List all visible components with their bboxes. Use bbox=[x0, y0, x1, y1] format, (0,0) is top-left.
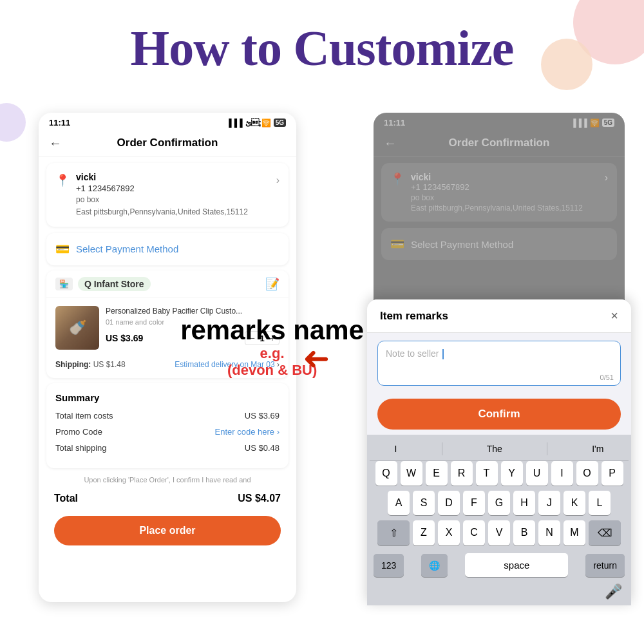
store-name-row: 🏪 Q Infant Store bbox=[55, 277, 151, 291]
store-header: 🏪 Q Infant Store 📝 bbox=[46, 270, 289, 298]
product-image: 🍼 bbox=[55, 306, 99, 350]
place-order-button[interactable]: Place order bbox=[54, 516, 281, 545]
key-v[interactable]: V bbox=[488, 520, 510, 545]
key-k[interactable]: K bbox=[564, 491, 585, 515]
item-costs-value: US $3.69 bbox=[245, 411, 279, 421]
key-microphone[interactable]: 🎤 bbox=[605, 583, 622, 600]
key-s[interactable]: S bbox=[413, 491, 435, 515]
keyboard-row-3: ⇧ Z X C V B N M ⌫ bbox=[370, 520, 629, 545]
key-q[interactable]: Q bbox=[375, 461, 397, 486]
keyboard-suggestions: I The I'm bbox=[370, 439, 629, 461]
page-title: How to Customize bbox=[0, 19, 644, 77]
suggestion-i[interactable]: I bbox=[390, 442, 402, 455]
virtual-keyboard[interactable]: I The I'm Q W E R T Y U I O P A S D F G … bbox=[367, 435, 631, 605]
disclaimer-text: Upon clicking 'Place Order', I confirm I… bbox=[39, 473, 296, 486]
confirm-button[interactable]: Confirm bbox=[377, 399, 621, 430]
key-u[interactable]: U bbox=[526, 461, 548, 486]
key-w[interactable]: W bbox=[401, 461, 422, 486]
key-y[interactable]: Y bbox=[501, 461, 523, 486]
shipping-total-label: Total shipping bbox=[55, 443, 107, 453]
annotation-box: remarks name e.g. (devon & BU) bbox=[180, 316, 364, 379]
key-return[interactable]: return bbox=[585, 554, 625, 577]
summary-section: Summary Total item costs US $3.69 Promo … bbox=[46, 383, 289, 468]
modal-title: Item remarks bbox=[380, 310, 448, 323]
location-icon: 📍 bbox=[55, 173, 70, 187]
key-z[interactable]: Z bbox=[413, 520, 435, 545]
status-icons: ▐▐▐ ئ;🛜 5G bbox=[226, 118, 286, 128]
suggestion-the[interactable]: The bbox=[482, 442, 507, 455]
product-thumbnail: 🍼 bbox=[55, 306, 99, 350]
right-phone-screenshot: 11:11 ▐▐▐ 🛜 5G ← Order Confirmation 📍 vi… bbox=[374, 113, 625, 306]
key-delete[interactable]: ⌫ bbox=[589, 520, 621, 545]
address-phone: +1 1234567892 bbox=[76, 184, 270, 193]
key-m[interactable]: M bbox=[564, 520, 585, 545]
payment-icon: 💳 bbox=[55, 242, 70, 256]
text-cursor bbox=[442, 349, 444, 359]
address-card[interactable]: 📍 vicki +1 1234567892 po box East pittsb… bbox=[46, 163, 289, 227]
key-n[interactable]: N bbox=[538, 520, 560, 545]
example-text: (devon & BU) bbox=[180, 362, 364, 379]
key-f[interactable]: F bbox=[463, 491, 485, 515]
key-l[interactable]: L bbox=[589, 491, 611, 515]
char-count: 0/51 bbox=[600, 374, 614, 381]
key-x[interactable]: X bbox=[438, 520, 460, 545]
key-globe[interactable]: 🌐 bbox=[421, 554, 448, 577]
suggestion-divider-1 bbox=[442, 442, 442, 455]
summary-item-costs-row: Total item costs US $3.69 bbox=[55, 411, 279, 421]
shipping-total-value: US $0.48 bbox=[245, 443, 279, 453]
suggestion-divider-2 bbox=[547, 442, 547, 455]
keyboard-row-1: Q W E R T Y U I O P bbox=[370, 461, 629, 486]
note-to-seller-input[interactable]: Note to seller 0/51 bbox=[377, 341, 621, 386]
edit-icon[interactable]: 📝 bbox=[265, 277, 279, 291]
key-b[interactable]: B bbox=[513, 520, 535, 545]
keyboard-bottom-row: 123 🌐 space return bbox=[370, 551, 629, 583]
summary-title: Summary bbox=[55, 392, 279, 403]
suggestion-im[interactable]: I'm bbox=[587, 442, 609, 455]
total-row: Total US $4.07 bbox=[39, 486, 296, 511]
input-placeholder: Note to seller bbox=[386, 348, 439, 359]
promo-label: Promo Code bbox=[55, 427, 102, 437]
status-bar: 11:11 ▐▐▐ ئ;🛜 5G bbox=[39, 113, 296, 130]
key-c[interactable]: C bbox=[463, 520, 485, 545]
key-space[interactable]: space bbox=[465, 553, 568, 577]
modal-close-button[interactable]: × bbox=[611, 308, 618, 323]
keyboard-mic-row: 🎤 bbox=[370, 583, 629, 605]
summary-promo-row[interactable]: Promo Code Enter code here › bbox=[55, 427, 279, 437]
right-phone-overlay bbox=[374, 113, 625, 306]
payment-label: Select Payment Method bbox=[76, 243, 279, 254]
modal-header: Item remarks × bbox=[367, 299, 631, 333]
key-i[interactable]: I bbox=[551, 461, 573, 486]
key-e[interactable]: E bbox=[426, 461, 448, 486]
total-label: Total bbox=[54, 493, 78, 504]
store-name: Q Infant Store bbox=[78, 277, 151, 291]
payment-method-card[interactable]: 💳 Select Payment Method bbox=[46, 233, 289, 265]
remarks-name-text: remarks name bbox=[180, 316, 364, 345]
header-title: Order Confirmation bbox=[117, 137, 218, 149]
key-a[interactable]: A bbox=[388, 491, 410, 515]
keyboard-row-2: A S D F G H J K L bbox=[370, 491, 629, 515]
address-city: East pittsburgh,Pennsylvania,United Stat… bbox=[76, 207, 270, 218]
key-h[interactable]: H bbox=[513, 491, 535, 515]
back-button[interactable]: ← bbox=[49, 136, 62, 151]
key-j[interactable]: J bbox=[538, 491, 560, 515]
key-p[interactable]: P bbox=[601, 461, 623, 486]
shipping-label: Shipping: bbox=[55, 360, 91, 369]
key-g[interactable]: G bbox=[488, 491, 510, 515]
key-t[interactable]: T bbox=[476, 461, 498, 486]
shipping-price: US $1.48 bbox=[93, 360, 126, 369]
total-value: US $4.07 bbox=[238, 493, 281, 504]
key-o[interactable]: O bbox=[576, 461, 598, 486]
product-price: US $3.69 bbox=[106, 333, 143, 343]
item-remarks-modal: Item remarks × Note to seller 0/51 Confi… bbox=[367, 299, 631, 605]
address-pobox: po box bbox=[76, 194, 270, 205]
key-d[interactable]: D bbox=[438, 491, 460, 515]
signal-icon: ▐▐▐ bbox=[226, 118, 243, 128]
chevron-right-icon: › bbox=[276, 175, 279, 186]
key-r[interactable]: R bbox=[451, 461, 473, 486]
promo-value[interactable]: Enter code here › bbox=[215, 427, 279, 437]
store-icon: 🏪 bbox=[55, 278, 73, 290]
key-numbers[interactable]: 123 bbox=[374, 554, 404, 577]
key-shift[interactable]: ⇧ bbox=[377, 520, 410, 545]
wifi-icon: ئ;🛜 bbox=[245, 118, 271, 128]
network-badge: 5G bbox=[274, 118, 286, 127]
